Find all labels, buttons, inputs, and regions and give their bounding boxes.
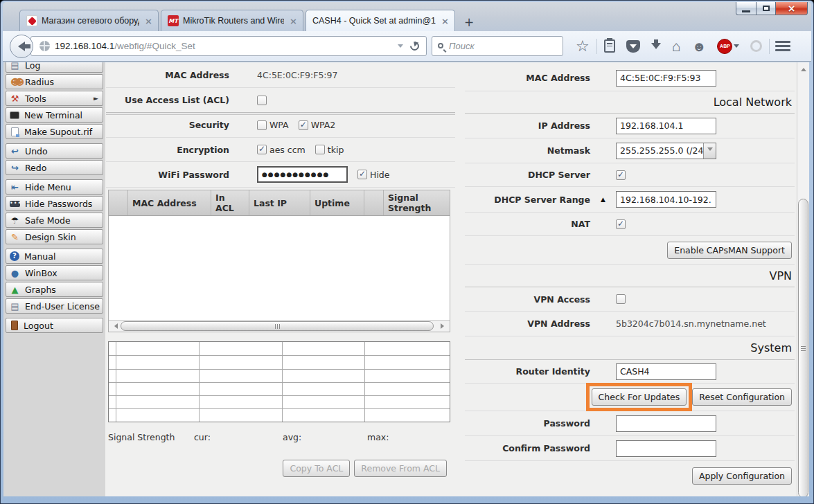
apply-configuration-button[interactable]: Apply Configuration (692, 467, 792, 485)
sidebar-item-make-supout[interactable]: Make Supout.rif (6, 124, 103, 139)
sidebar-item-log[interactable]: ▤ Log (6, 62, 103, 73)
window-controls: × (736, 2, 808, 15)
minimize-button[interactable] (736, 2, 757, 15)
bookmarks-list-icon[interactable] (604, 39, 615, 53)
tab-close-icon[interactable]: × (290, 17, 297, 26)
new-tab-button[interactable]: + (459, 13, 479, 30)
tab-shop[interactable]: Магазин сетевого оборуд... × (19, 10, 159, 31)
tab-close-icon[interactable]: × (145, 17, 152, 26)
sidebar-item-design-skin[interactable]: ✎ Design Skin (6, 229, 103, 244)
tab-mikrotik[interactable]: MT MikroTik Routers and Wirel... × (161, 10, 303, 31)
sidebar-item-winbox[interactable]: ● WinBox (6, 265, 103, 280)
hide-menu-icon: ⇤ (9, 183, 21, 192)
wifi-password-row: WiFi Password ●●●●●●●●●●● ✓ Hide (106, 162, 455, 188)
field-label: DHCP Server Range (465, 195, 590, 205)
wpa-checkbox[interactable] (257, 120, 267, 130)
scroll-right-icon[interactable] (438, 321, 450, 332)
chevron-down-icon (734, 44, 739, 51)
downloads-icon[interactable] (651, 43, 661, 54)
sidebar-item-tools[interactable]: ⚒ Tools ► (6, 91, 103, 106)
adblock-button[interactable]: ABP (717, 39, 739, 54)
check-icon: ✓ (617, 219, 624, 228)
url-bar[interactable]: 192.168.104.1 /webfig/#Quick_Set (30, 36, 427, 56)
maximize-button[interactable] (757, 2, 776, 15)
vpn-address-row: VPN Address 5b3204c7b014.sn.mynetname.ne… (465, 312, 795, 336)
tab-close-icon[interactable]: × (441, 17, 449, 26)
tab-quickset-active[interactable]: CASH4 - Quick Set at admin@1... × (306, 10, 455, 31)
menu-hamburger-icon[interactable] (775, 41, 790, 51)
url-path: /webfig/#Quick_Set (114, 41, 393, 51)
copy-to-acl-button[interactable]: Copy To ACL (283, 460, 350, 477)
scrollbar-thumb[interactable] (121, 321, 434, 331)
column-header-lastip[interactable]: Last IP (249, 190, 310, 215)
vertical-scrollbar[interactable] (797, 62, 809, 496)
home-icon[interactable]: ⌂ (672, 39, 681, 53)
sidebar-item-end-user-license[interactable]: ▤ End-User License (6, 298, 103, 314)
wpa2-checkbox[interactable]: ✓ (299, 120, 308, 130)
acl-checkbox[interactable] (257, 96, 267, 105)
aes-checkbox[interactable]: ✓ (257, 145, 267, 154)
url-dropdown-icon[interactable] (398, 44, 403, 51)
sidebar-item-undo[interactable]: ↩ Undo (6, 143, 103, 159)
sidebar-item-logout[interactable]: Logout (6, 318, 103, 333)
enable-capsman-button[interactable]: Enable CAPsMAN Support (667, 242, 792, 259)
sidebar-item-graphs[interactable]: ▲ Graphs (6, 282, 103, 297)
close-button[interactable]: × (776, 2, 808, 15)
back-button[interactable] (10, 35, 33, 58)
sidebar-item-radius[interactable]: ☻☻ Radius (6, 74, 103, 89)
column-header-mac[interactable]: MAC Address (128, 190, 211, 215)
ghostery-icon[interactable] (750, 40, 762, 52)
wifi-password-input[interactable]: ●●●●●●●●●●● (257, 166, 348, 183)
reset-configuration-button[interactable]: Reset Configuration (692, 388, 792, 406)
confirm-password-input[interactable] (616, 440, 716, 457)
column-header[interactable] (109, 190, 128, 215)
pocket-icon[interactable] (626, 40, 640, 53)
dhcp-server-row: DHCP Server ✓ (465, 163, 795, 187)
remove-from-acl-button[interactable]: Remove From ACL (354, 460, 447, 477)
dhcp-range-input[interactable] (616, 191, 716, 208)
dhcp-server-checkbox[interactable]: ✓ (616, 170, 626, 180)
netmask-select[interactable]: 255.255.255.0 (/24) (616, 143, 716, 159)
dropdown-button[interactable] (703, 143, 716, 159)
scroll-up-icon[interactable] (797, 62, 809, 74)
check-for-updates-button[interactable]: Check For Updates (592, 388, 687, 406)
toolbar-separator (769, 39, 770, 54)
search-box[interactable]: Поиск (432, 36, 563, 56)
check-icon: ✓ (359, 170, 366, 178)
lan-mac-input[interactable] (616, 70, 716, 87)
sidebar-item-hide-menu[interactable]: ⇤ Hide Menu (6, 179, 103, 195)
tab-title: MikroTik Routers and Wirel... (183, 16, 284, 26)
check-icon: ✓ (300, 120, 307, 129)
sidebar-item-safe-mode[interactable]: ☂ Safe Mode (6, 213, 103, 228)
password-input[interactable] (616, 415, 716, 432)
site-globe-icon (39, 41, 50, 51)
scrollbar-thumb[interactable] (798, 199, 808, 496)
nat-checkbox[interactable]: ✓ (616, 219, 626, 229)
horizontal-scrollbar[interactable] (109, 320, 450, 332)
submenu-arrow-icon: ► (94, 95, 98, 102)
column-header-inacl[interactable]: In ACL (211, 190, 249, 215)
reload-icon[interactable] (408, 39, 421, 52)
sort-ascending-icon[interactable]: ▲ (601, 196, 605, 203)
feedback-smiley-icon[interactable]: ☻ (691, 39, 706, 53)
column-header-signal[interactable]: Signal Strength (384, 190, 450, 215)
router-identity-input[interactable] (616, 363, 716, 380)
tkip-checkbox[interactable] (315, 145, 325, 154)
vpn-access-checkbox[interactable] (616, 294, 626, 304)
sidebar-item-manual[interactable]: ? Manual (6, 249, 103, 264)
sidebar-item-redo[interactable]: ↪ Redo (6, 160, 103, 175)
column-header-uptime[interactable]: Uptime (310, 190, 364, 215)
hide-password-checkbox[interactable]: ✓ (357, 170, 367, 179)
scrollbar-track[interactable] (797, 74, 809, 485)
bookmark-star-icon[interactable]: ☆ (576, 39, 590, 54)
field-label: VPN Access (465, 294, 590, 305)
field-label: Encryption (106, 145, 229, 155)
column-header[interactable] (364, 190, 384, 215)
field-label: MAC Address (465, 73, 590, 83)
sidebar-item-hide-passwords[interactable]: ••• Hide Passwords (6, 196, 103, 211)
sidebar-item-new-terminal[interactable]: New Terminal (6, 107, 103, 123)
toolbar-icons: ☆ ⌂ ☻ ABP (570, 39, 799, 54)
ip-address-input[interactable] (616, 118, 716, 134)
toolbar-separator (596, 39, 597, 54)
scroll-left-icon[interactable] (109, 321, 121, 332)
